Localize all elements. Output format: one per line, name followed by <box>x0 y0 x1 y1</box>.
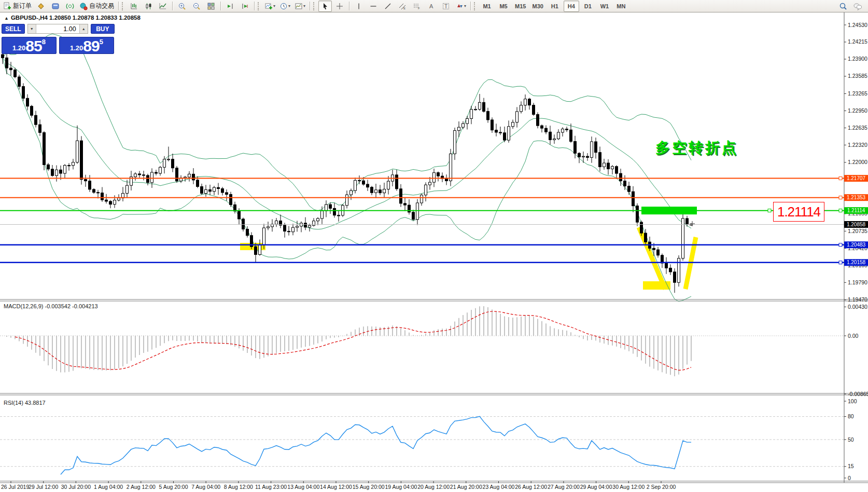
arrows-tool-button[interactable]: ▾ <box>454 1 468 12</box>
svg-text:1.24215: 1.24215 <box>848 38 867 45</box>
buy-price-main: 89 <box>83 38 99 53</box>
search-button[interactable] <box>836 1 850 12</box>
clock-icon <box>279 2 288 10</box>
svg-text:A: A <box>429 3 433 9</box>
text-label-tool-button[interactable]: T <box>439 1 453 12</box>
crosshair-icon <box>335 2 344 10</box>
bollinger-bands <box>3 34 691 301</box>
tab-timeframe-m1[interactable]: M1 <box>479 1 495 12</box>
chat-button[interactable] <box>851 1 864 12</box>
chart-text-annotation[interactable]: 多空转折点 <box>655 138 738 158</box>
horizontal-line-tool-button[interactable] <box>367 1 380 12</box>
svg-text:1 Aug 04:00: 1 Aug 04:00 <box>94 484 123 490</box>
tab-timeframe-h4[interactable]: H4 <box>564 1 579 12</box>
zoom-out-button[interactable] <box>190 1 203 12</box>
svg-text:13 Aug 04:00: 13 Aug 04:00 <box>287 484 319 490</box>
signals-button[interactable] <box>63 1 77 12</box>
vertical-line-tool-button[interactable] <box>352 1 366 12</box>
price-callout-box[interactable]: 1.21114 <box>773 202 824 222</box>
trendline-tool-button[interactable] <box>381 1 395 12</box>
svg-text:80: 80 <box>848 413 854 419</box>
templates-button[interactable]: ▾ <box>293 1 307 12</box>
svg-text:5 Aug 20:00: 5 Aug 20:00 <box>159 484 188 490</box>
tab-timeframe-m15[interactable]: M15 <box>512 1 528 12</box>
price-axis[interactable]: 1.245301.242151.239001.235851.232651.229… <box>844 22 868 481</box>
zoom-in-icon <box>178 2 186 10</box>
sell-quote[interactable]: 1.20858 <box>2 37 57 54</box>
collapse-panel-icon[interactable]: ▲ <box>4 16 9 21</box>
svg-text:50: 50 <box>848 436 854 443</box>
svg-text:1.20158: 1.20158 <box>847 259 866 265</box>
chart-shift-icon <box>241 2 249 10</box>
sell-button[interactable]: SELL <box>2 24 25 34</box>
candlesticks <box>2 48 693 293</box>
tab-timeframe-h1[interactable]: H1 <box>547 1 563 12</box>
buy-button[interactable]: BUY <box>91 24 115 34</box>
svg-text:1.24530: 1.24530 <box>848 22 867 28</box>
sell-price-pip: 8 <box>42 39 46 45</box>
svg-text:23 Aug 04:00: 23 Aug 04:00 <box>483 484 515 490</box>
svg-text:-0.008651: -0.008651 <box>848 391 868 397</box>
line-chart-button[interactable] <box>156 1 170 12</box>
tab-timeframe-d1[interactable]: D1 <box>580 1 596 12</box>
svg-text:1.20483: 1.20483 <box>847 242 866 248</box>
autotrading-button[interactable]: 自动交易 <box>78 1 116 12</box>
tab-timeframe-m30[interactable]: M30 <box>529 1 545 12</box>
sell-price-main: 85 <box>25 38 41 53</box>
chart-frame <box>0 12 868 483</box>
svg-text:F: F <box>418 7 420 10</box>
channel-tool-button[interactable]: E <box>396 1 409 12</box>
crosshair-tool-button[interactable] <box>333 1 346 12</box>
bar-chart-button[interactable] <box>127 1 141 12</box>
profile-button[interactable] <box>34 1 48 12</box>
buy-quote[interactable]: 1.20895 <box>59 37 114 54</box>
tab-timeframe-m5[interactable]: M5 <box>496 1 511 12</box>
sell-price-prefix: 1.20 <box>12 43 25 53</box>
svg-text:1.19470: 1.19470 <box>848 296 867 303</box>
chart-canvas[interactable]: 1.245301.242151.239001.235851.232651.229… <box>0 0 868 492</box>
rsi-label: RSI(14) 43.8817 <box>4 400 46 406</box>
tab-timeframe-mn[interactable]: MN <box>613 1 629 12</box>
text-tool-button[interactable]: A <box>425 1 438 12</box>
svg-text:30 Jul 20:00: 30 Jul 20:00 <box>61 484 91 490</box>
svg-text:27 Aug 20:00: 27 Aug 20:00 <box>548 484 580 490</box>
zoom-in-button[interactable] <box>175 1 189 12</box>
volume-decrease-button[interactable]: ▼ <box>28 24 36 33</box>
periods-button[interactable]: ▾ <box>278 1 292 12</box>
fibonacci-icon: F <box>413 2 421 10</box>
rsi-indicator <box>0 416 844 474</box>
svg-text:26 Aug 12:00: 26 Aug 12:00 <box>515 484 547 490</box>
new-order-button[interactable]: 新订单 <box>2 1 33 12</box>
svg-text:1.22950: 1.22950 <box>848 107 867 114</box>
auto-scroll-button[interactable] <box>223 1 237 12</box>
svg-text:1.23585: 1.23585 <box>848 73 867 79</box>
symbol-ohlc-text: GBPUSD-,H4 1.20850 1.20878 1.20833 1.208… <box>11 15 141 21</box>
volume-input[interactable] <box>36 24 80 33</box>
tile-windows-icon <box>207 2 215 10</box>
autotrading-label: 自动交易 <box>89 2 114 10</box>
volume-increase-button[interactable]: ▲ <box>80 24 88 33</box>
svg-text:2 Aug 12:00: 2 Aug 12:00 <box>127 484 156 490</box>
new-order-icon <box>3 2 11 10</box>
bar-chart-icon <box>130 2 138 10</box>
svg-text:1.20735: 1.20735 <box>848 228 867 234</box>
fibonacci-tool-button[interactable]: F <box>410 1 424 12</box>
indicators-button[interactable]: ▾ <box>263 1 277 12</box>
tab-timeframe-w1[interactable]: W1 <box>597 1 612 12</box>
cursor-tool-button[interactable] <box>318 1 332 12</box>
svg-text:1.20858: 1.20858 <box>847 222 866 227</box>
tile-windows-button[interactable] <box>204 1 218 12</box>
data-window-button[interactable] <box>49 1 62 12</box>
svg-text:1.21707: 1.21707 <box>847 175 866 181</box>
cursor-cross-mark <box>690 221 695 226</box>
candlestick-chart-icon <box>144 2 152 10</box>
svg-text:1.21353: 1.21353 <box>847 195 866 200</box>
chart-shift-button[interactable] <box>238 1 251 12</box>
candlestick-chart-button[interactable] <box>142 1 155 12</box>
svg-text:1.23900: 1.23900 <box>848 56 867 62</box>
svg-text:0: 0 <box>848 475 851 481</box>
svg-text:0.004301: 0.004301 <box>848 304 868 310</box>
svg-text:20 Aug 12:00: 20 Aug 12:00 <box>417 484 450 490</box>
svg-text:19 Aug 04:00: 19 Aug 04:00 <box>385 484 417 490</box>
volume-stepper: ▼ ▲ <box>27 24 88 34</box>
